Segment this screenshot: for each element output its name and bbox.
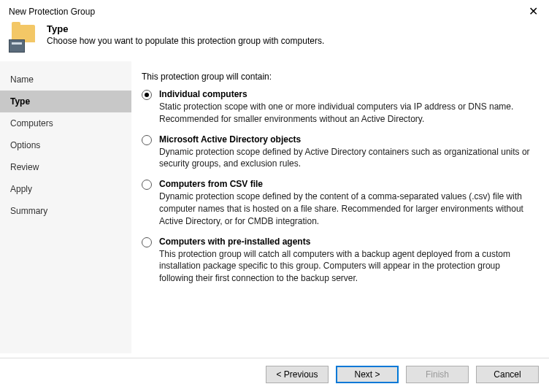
option-title: Computers from CSV file bbox=[159, 179, 534, 189]
option-title: Individual computers bbox=[159, 89, 534, 99]
option-desc: Static protection scope with one or more… bbox=[159, 101, 534, 126]
close-icon[interactable]: ✕ bbox=[526, 6, 540, 18]
option-individual-computers[interactable]: Individual computers Static protection s… bbox=[142, 89, 534, 126]
option-desc: This protection group will catch all com… bbox=[159, 248, 534, 285]
radio-individual-computers[interactable] bbox=[142, 90, 152, 100]
folder-computer-icon bbox=[9, 23, 38, 53]
window-title: New Protection Group bbox=[9, 7, 95, 17]
sidebar-item-computers[interactable]: Computers bbox=[0, 112, 131, 134]
previous-button[interactable]: < Previous bbox=[266, 366, 329, 383]
option-title: Microsoft Active Directory objects bbox=[159, 134, 534, 145]
option-active-directory[interactable]: Microsoft Active Directory objects Dynam… bbox=[142, 134, 534, 171]
sidebar-item-options[interactable]: Options bbox=[0, 134, 131, 156]
titlebar: New Protection Group ✕ bbox=[0, 0, 549, 20]
cancel-button[interactable]: Cancel bbox=[476, 366, 539, 383]
radio-preinstalled-agents[interactable] bbox=[142, 237, 152, 247]
content-pane: This protection group will contain: Indi… bbox=[131, 61, 549, 353]
content-intro: This protection group will contain: bbox=[142, 72, 534, 82]
radio-csv-file[interactable] bbox=[142, 180, 152, 190]
option-preinstalled-agents[interactable]: Computers with pre-installed agents This… bbox=[142, 237, 534, 285]
page-subtitle: Choose how you want to populate this pro… bbox=[47, 36, 540, 46]
sidebar-item-name[interactable]: Name bbox=[0, 69, 131, 91]
main-area: Name Type Computers Options Review Apply… bbox=[0, 61, 549, 353]
option-title: Computers with pre-installed agents bbox=[159, 237, 534, 247]
option-csv-file[interactable]: Computers from CSV file Dynamic protecti… bbox=[142, 179, 534, 227]
option-desc: Dynamic protection scope defined by Acti… bbox=[159, 146, 534, 171]
wizard-steps-sidebar: Name Type Computers Options Review Apply… bbox=[0, 61, 131, 353]
sidebar-item-type[interactable]: Type bbox=[0, 91, 131, 112]
next-button[interactable]: Next > bbox=[336, 366, 399, 383]
sidebar-item-review[interactable]: Review bbox=[0, 156, 131, 178]
wizard-header: Type Choose how you want to populate thi… bbox=[0, 20, 549, 61]
wizard-footer: < Previous Next > Finish Cancel bbox=[0, 358, 549, 392]
page-title: Type bbox=[47, 23, 540, 34]
sidebar-item-summary[interactable]: Summary bbox=[0, 200, 131, 222]
option-desc: Dynamic protection scope defined by the … bbox=[159, 191, 534, 227]
sidebar-item-apply[interactable]: Apply bbox=[0, 178, 131, 200]
finish-button: Finish bbox=[406, 366, 469, 383]
radio-active-directory[interactable] bbox=[142, 135, 152, 145]
